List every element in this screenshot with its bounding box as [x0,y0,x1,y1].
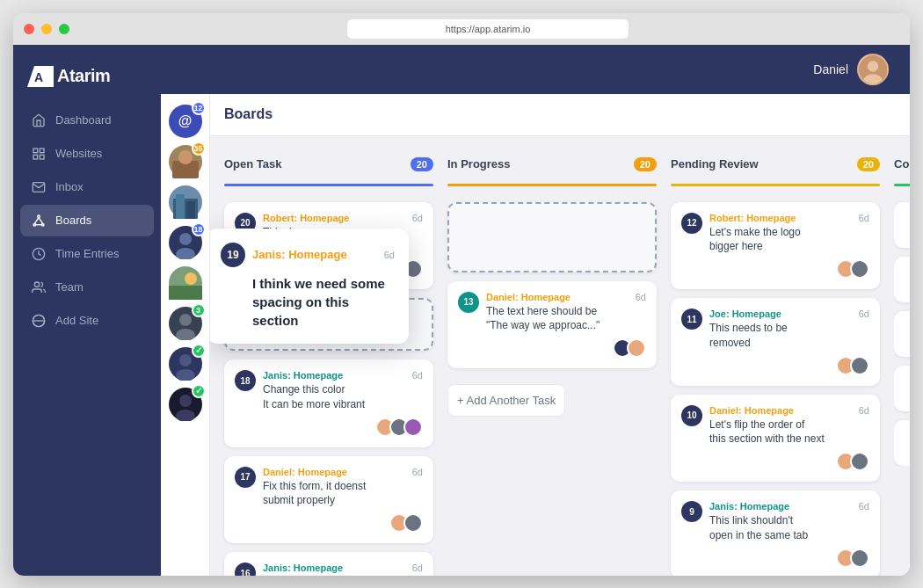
task-card-complete-1[interactable]: 8 [894,202,910,248]
icon-avatar-6[interactable]: ✓ [169,347,202,381]
task-card-10[interactable]: 10 Daniel: Homepage Let's flip the order… [671,395,880,483]
task-card-9[interactable]: 9 Janis: Homepage This link shouldn'tope… [671,490,880,575]
user-info: Daniel [813,54,889,85]
column-in-progress: In Progress 20 [447,150,657,417]
maximize-button[interactable] [59,24,69,34]
mail-icon [31,179,47,195]
clock-icon [31,246,47,262]
avatar-sm [403,513,423,533]
sidebar-item-time-entries-label: Time Entries [55,247,119,260]
minimize-button[interactable] [41,24,52,34]
column-pending-review: Pending Review 20 12 Ro [671,150,880,576]
wordpress-icon [31,313,47,329]
icon-avatar-1[interactable]: 35 [169,145,202,178]
task-num-13: 13 [458,292,479,313]
svg-point-39 [179,395,192,407]
sidebar-item-dashboard[interactable]: Dashboard [20,105,154,136]
task-card-17[interactable]: 17 Daniel: Homepage Fix this form, it do… [224,456,433,544]
sidebar-item-add-site-label: Add Site [55,314,98,327]
open-task-list: 20 Robert: Homepage This doe...Let's ch.… [224,202,433,576]
svg-rect-4 [40,155,44,159]
task-card-18[interactable]: 18 Janis: Homepage Change this colorIt c… [224,359,433,447]
task-desc-9: This link shouldn'topen in the same tab [709,513,852,543]
task-card-dashed-2 [447,202,657,272]
column-complete: Complete 20 8 [894,150,910,466]
task-card-complete-4[interactable]: 5 [894,366,910,411]
add-task-progress-label: + Add Another Task [457,394,556,407]
icon-avatar-4[interactable] [169,266,202,300]
add-task-progress[interactable]: + Add Another Task [447,384,565,417]
logo: A Atarim [13,59,161,105]
avatar-sm [850,259,869,279]
task-num-10: 10 [681,405,702,426]
task-assignee-20: Robert: Homepage [263,213,405,223]
task-card-12[interactable]: 12 Robert: Homepage Let's make the logob… [671,202,880,290]
task-avatars-13 [613,338,646,358]
col-review-indicator [671,184,880,186]
sidebar-item-websites[interactable]: Websites [20,138,154,170]
svg-line-10 [39,217,43,223]
task-card-20[interactable]: 20 Robert: Homepage This doe...Let's ch.… [224,202,433,290]
task-time-18: 6d [412,370,423,381]
task-card-complete-3[interactable]: 6 [894,311,910,357]
icon-at[interactable]: @ 12 [169,105,202,138]
sidebar-item-add-site[interactable]: Add Site [20,305,154,337]
col-review-badge: 20 [857,157,880,171]
task-num-17: 17 [235,467,256,488]
home-icon [31,113,47,128]
icon-avatar-2[interactable] [169,185,202,219]
col-open-title: Open Task [224,157,282,171]
url-bar[interactable]: https://app.atarim.io [347,19,629,39]
task-time-17: 6d [412,467,423,477]
task-assignee-17: Daniel: Homepage [263,467,405,477]
task-avatars-17 [389,513,423,533]
svg-point-31 [185,272,197,285]
review-task-list: 12 Robert: Homepage Let's make the logob… [671,202,880,576]
task-card-complete-2[interactable]: 7 [894,257,910,302]
task-card-13[interactable]: 13 Daniel: Homepage The text here should… [447,281,657,369]
task-num-18: 18 [235,370,256,391]
close-button[interactable] [24,24,34,34]
col-complete-indicator [894,184,910,186]
svg-point-21 [178,150,193,164]
task-assignee-9: Janis: Homepage [709,501,852,512]
task-card-complete-5[interactable]: 4 [894,420,910,466]
tooltip-assignee: Janis: Homepage [252,248,377,261]
sidebar-item-boards[interactable]: Boards [20,205,154,236]
badge-3: 3 [192,303,206,317]
icon-avatar-3[interactable]: 18 [169,226,202,259]
svg-text:A: A [34,70,43,84]
tooltip-card: 19 Janis: Homepage 6d I think we need so… [210,229,409,344]
svg-point-33 [179,314,192,326]
in-progress-task-list: 13 Daniel: Homepage The text here should… [447,202,657,369]
task-avatars-10 [836,452,869,471]
task-desc-18: Change this colorIt can be more vibrant [263,382,405,412]
badge-12: 12 [192,101,206,115]
tooltip-time: 6d [384,250,395,260]
sidebar-nav: Dashboard Websites [13,105,161,337]
svg-rect-2 [33,149,38,153]
icon-avatar-5[interactable]: 3 [169,307,202,340]
sidebar-item-inbox[interactable]: Inbox [20,171,154,203]
task-avatars-9 [836,548,869,568]
task-num-16: 16 [235,563,256,575]
task-num-12: 12 [681,213,702,234]
avatar-sm [850,356,869,375]
task-card-16[interactable]: 16 Janis: Homepage I think we can finda … [224,552,433,575]
sidebar-item-time-entries[interactable]: Time Entries [20,238,154,270]
task-assignee-16: Janis: Homepage [263,563,405,573]
task-card-11[interactable]: 11 Joe: Homepage This needs to beremoved… [671,298,880,386]
top-header: Daniel [161,45,910,94]
icon-avatar-7[interactable]: ✓ [169,388,202,421]
user-avatar[interactable] [857,54,889,85]
task-time-9: 6d [859,501,869,512]
check-badge-1: ✓ [192,344,206,358]
network-icon [31,213,47,229]
sidebar-item-websites-label: Websites [55,147,102,160]
svg-point-6 [38,215,40,218]
logo-text: Atarim [57,66,110,86]
svg-line-9 [34,217,39,223]
sidebar-item-team[interactable]: Team [20,272,154,303]
col-progress-badge: 20 [634,157,657,171]
sidebar: A Atarim Dashboard [13,45,161,576]
